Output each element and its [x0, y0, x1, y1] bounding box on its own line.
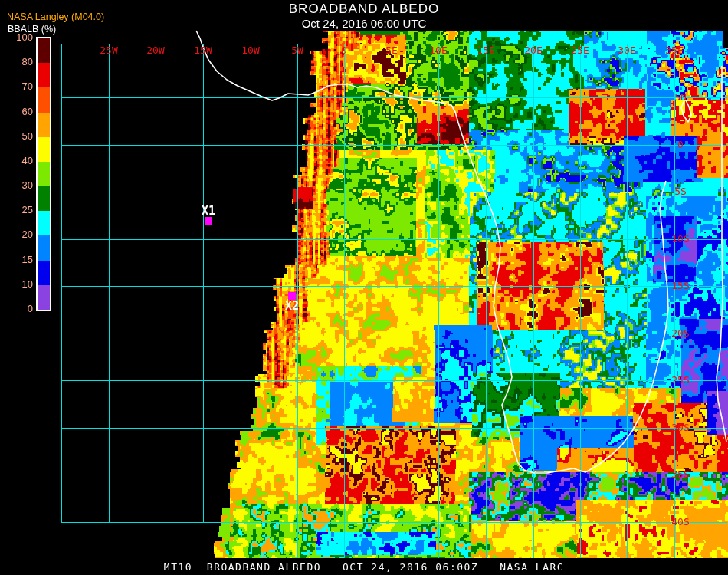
grid-overlay [0, 0, 728, 575]
colorbar-segment-green [38, 186, 50, 211]
colorbar-segment-cyan [38, 211, 50, 235]
colorbar [36, 37, 51, 311]
colorbar-segment-orange [38, 113, 50, 137]
albedo-map-app: 25W20W15W10W5W05E10E15E20E25E30E35E5N05S… [0, 0, 728, 575]
colorbar-segment-dkblue [38, 261, 50, 285]
coastline-path [681, 100, 691, 122]
title-block: BROADBAND ALBEDO Oct 24, 2016 06:00 UTC [0, 0, 728, 30]
colorbar-tick-label: 0 [0, 303, 33, 314]
colorbar-tick-label: 25 [0, 204, 33, 215]
colorbar-segment-chartreuse [38, 162, 50, 186]
colorbar-segment-red [38, 63, 50, 87]
page-subtitle: Oct 24, 2016 06:00 UTC [0, 17, 728, 30]
coastline-path [196, 31, 668, 473]
colorbar-tick-label: 80 [0, 56, 33, 67]
colorbar-segment-yellow [38, 137, 50, 162]
colorbar-segment-purple [38, 285, 50, 310]
footer-text: MT10 BROADBAND ALBEDO OCT 24, 2016 06:00… [164, 561, 564, 573]
colorbar-segment-darkred [38, 38, 50, 63]
colorbar-tick-label: 30 [0, 179, 33, 191]
colorbar-tick-label: 40 [0, 155, 33, 166]
colorbar-segment-orangered [38, 87, 50, 112]
colorbar-tick-label: 15 [0, 254, 33, 265]
colorbar-tick-label: 70 [0, 80, 33, 92]
colorbar-tick-label: 20 [0, 228, 33, 240]
colorbar-segment-blue [38, 235, 50, 260]
colorbar-tick-label: 100 [0, 31, 33, 43]
org-label: NASA Langley (M04.0) [7, 12, 104, 22]
coastline-path [717, 66, 726, 442]
colorbar-tick-label: 50 [0, 130, 33, 142]
colorbar-tick-label: 10 [0, 278, 33, 290]
page-title: BROADBAND ALBEDO [0, 0, 728, 17]
colorbar-tick-label: 60 [0, 106, 33, 117]
footer-bar: MT10 BROADBAND ALBEDO OCT 24, 2016 06:00… [0, 560, 728, 573]
